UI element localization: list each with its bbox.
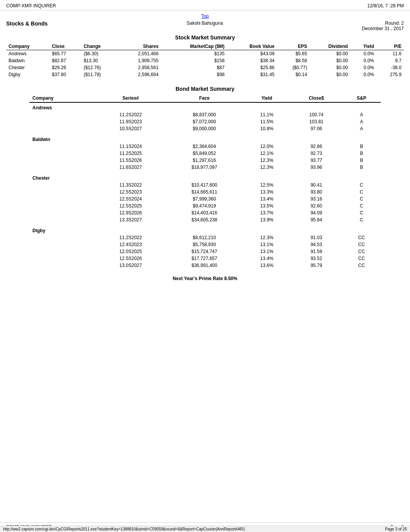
bond-sp: CC: [342, 241, 381, 248]
bond-series: 11.3S2022: [96, 182, 165, 189]
bond-table-row: 12.5S2024 $7,999,360 13.4% 93.16 C: [29, 195, 381, 202]
bond-empty: [29, 255, 96, 262]
top-link[interactable]: Top: [201, 14, 208, 19]
bond-company-name: Baldwin: [29, 134, 381, 143]
stock-table: Company Close Change Shares MarketCap ($…: [6, 43, 404, 78]
header-left: COMP-XM® INQUIRER: [6, 3, 56, 8]
stock-company: Digby: [6, 71, 50, 78]
bond-empty: [29, 118, 96, 125]
bond-close: 93.16: [290, 195, 342, 202]
stock-close: $82.87: [50, 57, 81, 64]
stock-company: Andrews: [6, 50, 50, 58]
bond-face: $9,474,919: [166, 202, 244, 209]
stock-company: Baldwin: [6, 57, 50, 64]
bond-company-row: Andrews: [29, 102, 381, 111]
bond-sp: B: [342, 150, 381, 157]
bond-table-row: 13.0S2027 $36,991,400 13.6% 95.79 CC: [29, 262, 381, 269]
stock-marketcap: $158: [161, 57, 227, 64]
bond-yield: 11.5%: [243, 118, 290, 125]
bond-close: 94.09: [290, 209, 342, 216]
bond-close: 93.52: [290, 255, 342, 262]
bond-close: 92.60: [290, 202, 342, 209]
bond-face: $5,849,052: [166, 150, 244, 157]
bond-empty: [29, 234, 96, 241]
bond-face: $15,724,747: [166, 248, 244, 255]
bond-company-name: Andrews: [29, 102, 381, 111]
stock-yield: 0.0%: [350, 50, 376, 58]
stock-bookvalue: $31.45: [227, 71, 277, 78]
bond-yield: 11.1%: [243, 111, 290, 118]
bond-table-row: 10.5S2027 $9,000,000 10.8% 97.06 A: [29, 125, 381, 132]
bond-section-title: Bond Market Summary: [29, 86, 381, 92]
stocks-bonds-section: Stocks & Bonds Sakshi Bahuguna Round: 2 …: [0, 20, 410, 281]
bond-empty: [29, 202, 96, 209]
bond-company-name: Digby: [29, 226, 381, 234]
stock-eps: $5.65: [277, 50, 309, 58]
bond-table-row: 11.2S2022 $8,612,210 12.3% 91.03 CC: [29, 234, 381, 241]
bond-table-header-row: Company Series# Face Yield Close$ S&P: [29, 94, 381, 102]
bond-close: 90.41: [290, 182, 342, 189]
bond-close: 100.74: [290, 111, 342, 118]
bond-empty: [29, 209, 96, 216]
bond-sp: CC: [342, 248, 381, 255]
bond-sp: A: [342, 111, 381, 118]
bond-sp: CC: [342, 262, 381, 269]
bond-series: 12.5S2025: [96, 202, 165, 209]
bond-empty: [29, 150, 96, 157]
bond-yield: 13.4%: [243, 195, 290, 202]
bond-face: $14,665,611: [166, 189, 244, 195]
bond-face: $10,417,600: [166, 182, 244, 189]
bond-series: 11.5S2026: [96, 157, 165, 164]
bond-table-row: 12.5S2025 $9,474,919 13.5% 92.60 C: [29, 202, 381, 209]
stock-pe: 9.7: [376, 57, 404, 64]
sakshi-name: Sakshi Bahuguna: [186, 20, 223, 26]
bond-close: 94.53: [290, 241, 342, 248]
bond-sp: C: [342, 209, 381, 216]
bond-sp: CC: [342, 255, 381, 262]
bond-series: 11.1S2024: [96, 143, 165, 150]
col-dividend: Dividend: [309, 43, 350, 50]
bond-table-row: 11.6S2027 $18,977,097 12.3% 93.96 B: [29, 164, 381, 171]
bond-table-row: 11.2S2022 $8,837,000 11.1% 100.74 A: [29, 111, 381, 118]
bond-sp: C: [342, 202, 381, 209]
bond-series: 11.2S2025: [96, 150, 165, 157]
bond-yield: 12.5%: [243, 182, 290, 189]
bond-series: 11.6S2027: [96, 164, 165, 171]
stock-table-header-row: Company Close Change Shares MarketCap ($…: [6, 43, 404, 50]
bond-yield: 12.3%: [243, 157, 290, 164]
bond-face: $8,612,210: [166, 234, 244, 241]
stock-dividend: $0.00: [309, 71, 350, 78]
bond-empty: [29, 157, 96, 164]
bond-empty: [29, 111, 96, 118]
bond-yield: 13.6%: [243, 262, 290, 269]
stock-pe: -38.0: [376, 64, 404, 71]
stock-close: $65.77: [50, 50, 81, 58]
bond-company-row: Baldwin: [29, 134, 381, 143]
stock-marketcap: $87: [161, 64, 227, 71]
bond-empty: [29, 262, 96, 269]
stock-company: Chester: [6, 64, 50, 71]
sb-header: Stocks & Bonds Sakshi Bahuguna Round: 2 …: [6, 20, 404, 31]
stock-dividend: $0.00: [309, 50, 350, 58]
bond-col-sp: S&P: [342, 94, 381, 102]
stock-table-row: Digby $37.80 ($11.78) 2,596,664 $98 $31.…: [6, 71, 404, 78]
sb-date: December 31 , 2017: [362, 26, 404, 31]
col-pe: P/E: [376, 43, 404, 50]
bond-yield: 12.1%: [243, 150, 290, 157]
bond-close: 95.79: [290, 262, 342, 269]
col-marketcap: MarketCap ($M): [161, 43, 227, 50]
bond-face: $7,072,000: [166, 118, 244, 125]
bond-table-row: 11.1S2024 $2,364,604 12.0% 92.86 B: [29, 143, 381, 150]
stock-yield: 0.0%: [350, 57, 376, 64]
bond-close: 93.77: [290, 157, 342, 164]
bond-sp: B: [342, 157, 381, 164]
bond-empty: [29, 164, 96, 171]
bond-sp: CC: [342, 234, 381, 241]
stock-section-title: Stock Market Summary: [6, 34, 404, 41]
stock-dividend: $0.00: [309, 64, 350, 71]
stock-pe: 11.6: [376, 50, 404, 58]
stock-close: $29.26: [50, 64, 81, 71]
bond-close: 95.84: [290, 216, 342, 223]
bond-yield: 12.3%: [243, 234, 290, 241]
stock-shares: 1,909,755: [118, 57, 161, 64]
